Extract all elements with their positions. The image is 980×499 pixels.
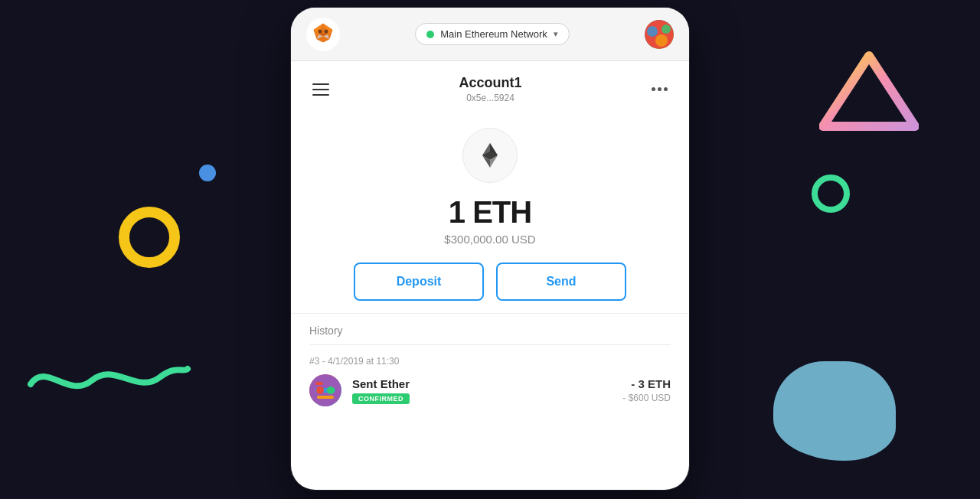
svg-point-25	[327, 386, 335, 394]
background: Main Ethereum Network ▾	[0, 0, 980, 499]
transaction-icon	[309, 374, 341, 406]
shape-dot-blue	[199, 165, 216, 181]
network-selector[interactable]: Main Ethereum Network ▾	[415, 23, 569, 45]
svg-point-16	[655, 34, 668, 47]
account-section: Account1 0x5e...5924	[291, 61, 689, 113]
hamburger-menu[interactable]	[309, 80, 332, 99]
metamask-logo	[306, 18, 340, 51]
transaction-status-badge: CONFIRMED	[352, 393, 410, 404]
balance-usd: $300,000.00 USD	[444, 233, 535, 246]
account-info: Account1 0x5e...5924	[459, 75, 521, 103]
shape-blob-blue	[773, 361, 896, 461]
network-name: Main Ethereum Network	[440, 28, 547, 40]
svg-rect-27	[315, 382, 323, 385]
history-section: History #3 - 4/1/2019 at 11:30	[291, 313, 689, 417]
metamask-header: Main Ethereum Network ▾	[291, 8, 689, 61]
account-address: 0x5e...5924	[459, 93, 521, 103]
svg-point-24	[316, 386, 324, 394]
shape-ring-yellow	[119, 207, 180, 268]
action-buttons: Deposit Send	[306, 263, 674, 301]
account-name: Account1	[459, 75, 521, 91]
deposit-button[interactable]: Deposit	[354, 263, 484, 301]
send-button[interactable]: Send	[496, 263, 626, 301]
svg-point-11	[318, 29, 322, 33]
svg-marker-0	[823, 56, 915, 126]
transaction-amount-usd: - $600 USD	[622, 393, 671, 403]
main-content: 1 ETH $300,000.00 USD Deposit Send	[291, 113, 689, 313]
transaction-date: #3 - 4/1/2019 at 11:30	[309, 356, 671, 367]
transaction-amount-eth: - 3 ETH	[622, 377, 671, 390]
eth-logo-circle	[462, 128, 518, 183]
phone-frame: Main Ethereum Network ▾	[291, 8, 689, 490]
transaction-item: #3 - 4/1/2019 at 11:30	[309, 345, 671, 417]
transaction-type: Sent Ether	[352, 377, 612, 390]
transaction-row: Sent Ether CONFIRMED - 3 ETH - $600 USD	[309, 374, 671, 406]
ethereum-icon	[476, 142, 504, 169]
svg-rect-26	[317, 396, 334, 399]
shape-wave-green	[23, 346, 191, 407]
svg-point-14	[647, 26, 658, 37]
shape-ring-green	[812, 174, 850, 213]
svg-point-15	[662, 24, 671, 34]
transaction-amount: - 3 ETH - $600 USD	[622, 377, 671, 403]
svg-point-12	[325, 29, 328, 33]
chevron-down-icon: ▾	[554, 29, 558, 39]
network-status-dot	[426, 31, 434, 38]
account-avatar[interactable]	[645, 20, 674, 49]
balance-eth: 1 ETH	[449, 195, 531, 230]
history-label: History	[309, 314, 671, 344]
shape-triangle-gradient	[819, 50, 919, 134]
transaction-details: Sent Ether CONFIRMED	[352, 377, 612, 404]
more-options-button[interactable]	[648, 84, 671, 94]
